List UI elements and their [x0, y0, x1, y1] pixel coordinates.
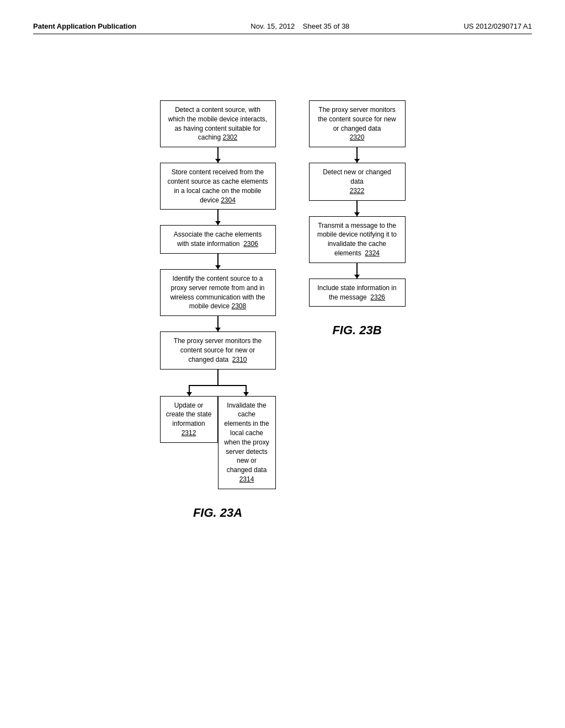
split-boxes: Update or create the state information23… [160, 396, 276, 489]
diagram-area: Detect a content source, with which the … [33, 100, 532, 520]
box-2304-num: 2304 [221, 196, 236, 204]
box-2310-text: The proxy server monitors the content so… [174, 337, 262, 363]
left-down-arrow [189, 385, 190, 396]
arrow-2306-2308 [217, 254, 218, 269]
page-header: Patent Application Publication Nov. 15, … [33, 22, 532, 34]
box-2320-num: 2320 [350, 133, 365, 141]
arrow-2308-2310 [217, 316, 218, 331]
box-2324: Transmit a message to the mobile device … [309, 216, 406, 263]
split-arrow [160, 370, 276, 396]
box-2326: Include state information in the message… [309, 279, 406, 307]
patent-number: US 2012/0290717 A1 [463, 22, 532, 30]
box-2310-num: 2310 [232, 356, 247, 363]
box-2302-num: 2302 [223, 133, 238, 141]
publication-label: Patent Application Publication [33, 22, 136, 30]
box-2320-text: The proxy server monitors the content so… [318, 106, 396, 141]
vert-line [217, 370, 218, 385]
box-2320: The proxy server monitors the content so… [309, 100, 406, 147]
box-2312: Update or create the state information23… [160, 396, 218, 443]
arrow-2324-2326 [356, 263, 358, 279]
box-2314: Invalidate the cache elements in the loc… [218, 396, 276, 489]
arrow-2304-2306 [217, 210, 218, 225]
date-sheet: Nov. 15, 2012 Sheet 35 of 38 [250, 22, 349, 30]
box-2302: Detect a content source, with which the … [160, 100, 276, 147]
arrow-2302-2304 [217, 147, 218, 163]
box-2326-num: 2326 [370, 293, 385, 301]
arrow-2322-2324 [356, 201, 358, 216]
box-2308-text: Identify the content source to a proxy s… [170, 275, 265, 310]
page: Patent Application Publication Nov. 15, … [0, 0, 565, 728]
box-2312-num: 2312 [182, 429, 196, 437]
box-2304: Store content received from the content … [160, 163, 276, 210]
box-2322-num: 2322 [350, 187, 365, 195]
fig23a-flow: Detect a content source, with which the … [160, 100, 276, 520]
box-2314-text: Invalidate the cache elements in the loc… [224, 402, 269, 483]
box-2306: Associate the cache elements with state … [160, 225, 276, 254]
box-2314-num: 2314 [239, 475, 254, 483]
box-2326-text: Include state information in the message… [317, 284, 396, 301]
box-2322: Detect new or changed data2322 [309, 163, 406, 200]
right-down-arrow [246, 385, 247, 396]
box-2324-text: Transmit a message to the mobile device … [317, 222, 397, 257]
box-2308: Identify the content source to a proxy s… [160, 269, 276, 316]
box-2302-text: Detect a content source, with which the … [168, 106, 267, 141]
fig23a-label: FIG. 23A [193, 506, 242, 520]
box-2304-text: Store content received from the content … [167, 168, 268, 204]
sheet-info: Sheet 35 of 38 [303, 22, 350, 30]
box-2308-num: 2308 [232, 302, 247, 310]
fig23b-flow: The proxy server monitors the content so… [309, 100, 406, 338]
arrow-2320-2322 [356, 147, 358, 163]
box-2324-num: 2324 [365, 249, 380, 257]
date: Nov. 15, 2012 [250, 22, 295, 30]
box-2306-text: Associate the cache elements with state … [174, 231, 262, 248]
box-2310: The proxy server monitors the content so… [160, 331, 276, 369]
horiz-line [190, 385, 246, 386]
box-2312-text: Update or create the state information23… [166, 402, 212, 437]
box-2306-num: 2306 [243, 240, 258, 248]
box-2322-text: Detect new or changed data2322 [323, 168, 391, 195]
fig23b-label: FIG. 23B [332, 323, 381, 338]
